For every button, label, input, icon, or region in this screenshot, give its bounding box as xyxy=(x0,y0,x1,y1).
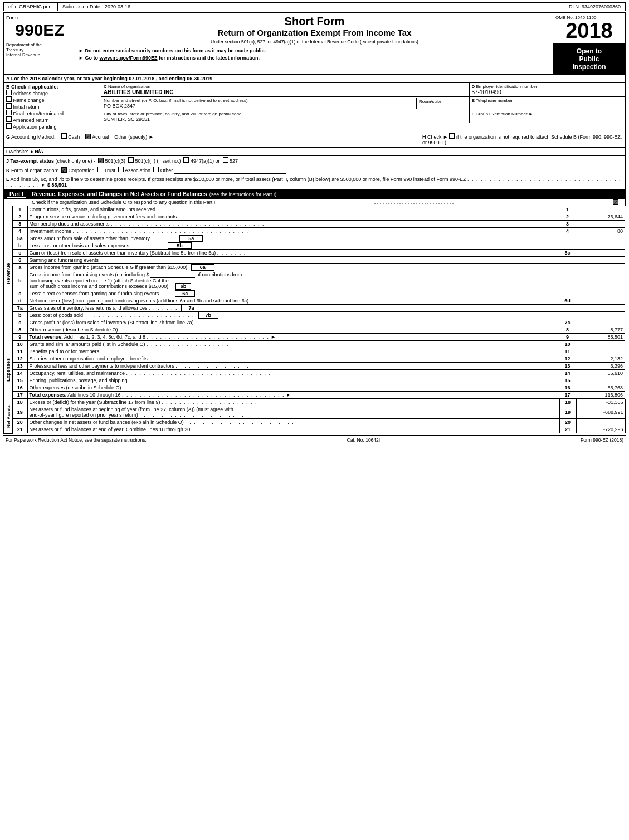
subtitle: Under section 501(c), 527, or 4947(a)(1)… xyxy=(79,39,550,45)
address-value: PO BOX 2847 xyxy=(104,103,416,109)
section-b-label: B Check if applicable: xyxy=(6,84,99,90)
table-row: 18 Excess or (deficit) for the year (Sub… xyxy=(13,399,625,406)
open-line1: Open to xyxy=(555,47,623,55)
table-row: b Less: cost of goods sold . . . . . . .… xyxy=(13,312,625,319)
final-checkbox xyxy=(6,110,12,115)
table-row: b Less: cost or other basis and sales ex… xyxy=(13,242,625,250)
acct-row: G Accounting Method: Cash ✓ Accrual Othe… xyxy=(3,131,626,148)
e-label: E Telephone number xyxy=(472,98,623,103)
initial-checkbox xyxy=(6,103,12,109)
year-2018: 2018 xyxy=(555,20,623,41)
part-i-note: (see the instructions for Part I) xyxy=(209,192,277,197)
table-row: 17 Total expenses. Add lines 10 through … xyxy=(13,392,625,399)
efile-label: efile GRAPHIC print xyxy=(4,3,58,11)
footer: For Paperwork Reduction Act Notice, see … xyxy=(3,435,626,444)
table-row: 1 Contributions, gifts, grants, and simi… xyxy=(13,206,625,213)
dept-line1: Department of the xyxy=(6,42,74,47)
checkbox-name: Name change xyxy=(6,96,99,103)
ein-value: 57-1010490 xyxy=(472,89,623,95)
instruction2: ► Go to www.irs.gov/Form990EZ for instru… xyxy=(79,55,550,61)
city-label: City or town, state or province, country… xyxy=(104,111,467,116)
table-row: 4 Investment income . . . . . . . . . . … xyxy=(13,228,625,235)
form-org-row: K Form of organization: ✓ Corporation Tr… xyxy=(3,165,626,175)
tax-status-row: J Tax-exempt status (check only one) - ✓… xyxy=(3,156,626,165)
checkbox-amended: Amended return xyxy=(6,116,99,123)
table-row: 2 Program service revenue including gove… xyxy=(13,213,625,221)
form-label: Form xyxy=(6,15,74,21)
table-row: 3 Membership dues and assessments . . . … xyxy=(13,221,625,228)
501c-checkbox xyxy=(128,157,134,163)
submission-date: Submission Date - 2020-03-16 xyxy=(58,3,564,11)
part-i-title: Revenue, Expenses, and Changes in Net As… xyxy=(32,191,207,197)
header-bar: efile GRAPHIC print Submission Date - 20… xyxy=(3,2,626,11)
table-row: c Gross profit or (loss) from sales of i… xyxy=(13,319,625,326)
part-i-label: Part I xyxy=(7,191,26,198)
d-label: D Employer identification number xyxy=(472,84,623,89)
table-row: 5a Gross amount from sale of assets othe… xyxy=(13,235,625,242)
table-row: 7a Gross sales of inventory, less return… xyxy=(13,305,625,312)
501c3-checkbox: ✓ xyxy=(98,158,104,163)
open-line2: Public xyxy=(555,55,623,63)
part-i-header: Part I Revenue, Expenses, and Changes in… xyxy=(3,189,626,199)
dept-line3: Internal Revenue xyxy=(6,52,74,57)
name-checkbox xyxy=(6,96,12,102)
table-row: d Net income or (loss) from gaming and f… xyxy=(13,297,625,305)
527-checkbox xyxy=(223,157,228,163)
section-a-text: For the 2018 calendar year, or tax year … xyxy=(11,76,155,81)
table-row: c Less: direct expenses from gaming and … xyxy=(13,290,625,297)
page: efile GRAPHIC print Submission Date - 20… xyxy=(0,0,629,446)
table-row: 8 Other revenue (describe in Schedule O)… xyxy=(13,326,625,334)
table-row: c Gain or (loss) from sale of assets oth… xyxy=(13,250,625,257)
acct-right: H Check ► if the organization is not req… xyxy=(422,133,623,145)
table-row: 10 Grants and similar amounts paid (list… xyxy=(13,341,625,348)
expenses-side-label: Expenses xyxy=(4,341,13,399)
checkbox-address: Address charge xyxy=(6,90,99,96)
open-line3: Inspection xyxy=(555,63,623,71)
add-lines-row: L Add lines 5b, 6c, and 7b to line 9 to … xyxy=(3,175,626,189)
schedule-o-checkbox: ✓ xyxy=(613,199,618,205)
h-checkbox xyxy=(449,133,455,139)
table-row: 14 Occupancy, rent, utilities, and maint… xyxy=(13,370,625,377)
table-row: a Gross income from gaming (attach Sched… xyxy=(13,264,625,271)
add-lines-amount: $ 85,501 xyxy=(47,182,67,188)
room-label: Room/suite xyxy=(419,99,465,104)
trust-checkbox xyxy=(97,167,103,172)
checkbox-initial: Initial return xyxy=(6,103,99,110)
acct-left: G Accounting Method: Cash ✓ Accrual Othe… xyxy=(6,133,422,145)
revenue-side-label: Revenue xyxy=(4,206,13,341)
short-form-title: Short Form xyxy=(79,15,550,28)
other-org-checkbox xyxy=(153,167,159,172)
g-label: G xyxy=(6,134,10,140)
table-row: 20 Other changes in net assets or fund b… xyxy=(13,419,625,426)
city-value: SUMTER, SC 29151 xyxy=(104,116,467,122)
dln: DLN: 93492076000360 xyxy=(564,3,625,11)
table-row: b Gross income from fundraising events (… xyxy=(13,271,625,290)
footer-right: Form 990-EZ (2018) xyxy=(581,437,623,443)
address-label: Number and street (or P. O. box, if mail… xyxy=(104,98,416,103)
checkbox-final: Final return/terminated xyxy=(6,110,99,116)
4947-checkbox xyxy=(183,157,189,163)
accrual-checkbox: ✓ xyxy=(85,134,91,139)
table-row: 21 Net assets or fund balances at end of… xyxy=(13,426,625,433)
checkbox-application: Application pending xyxy=(6,123,99,130)
cash-checkbox xyxy=(61,133,67,139)
address-checkbox xyxy=(6,90,12,95)
org-name: ABILITIES UNLIMITED INC xyxy=(104,89,467,95)
section-a: A For the 2018 calendar year, or tax yea… xyxy=(3,75,626,83)
schedule-o-row: Check if the organization used Schedule … xyxy=(3,199,626,206)
application-checkbox xyxy=(6,123,12,129)
table-row: 9 Total revenue. Add lines 1, 2, 3, 4, 5… xyxy=(13,334,625,341)
f-label: F Group Exemption Number ► xyxy=(472,111,623,116)
table-row: 6 Gaming and fundraising events xyxy=(13,257,625,264)
website-value: N/A xyxy=(35,149,43,154)
h-label: H xyxy=(422,134,426,140)
table-row: 13 Professional fees and other payments … xyxy=(13,363,625,370)
form-990ez: 990EZ xyxy=(6,21,74,39)
section-a-ending: , and ending 06-30-2019 xyxy=(156,76,213,81)
table-row: 12 Salaries, other compensation, and emp… xyxy=(13,355,625,363)
dept-line2: Treasury xyxy=(6,47,74,52)
website-row: I Website: ►N/A xyxy=(3,148,626,156)
assoc-checkbox xyxy=(118,167,124,172)
footer-left: For Paperwork Reduction Act Notice, see … xyxy=(6,437,147,443)
table-row: 16 Other expenses (describe in Schedule … xyxy=(13,384,625,392)
